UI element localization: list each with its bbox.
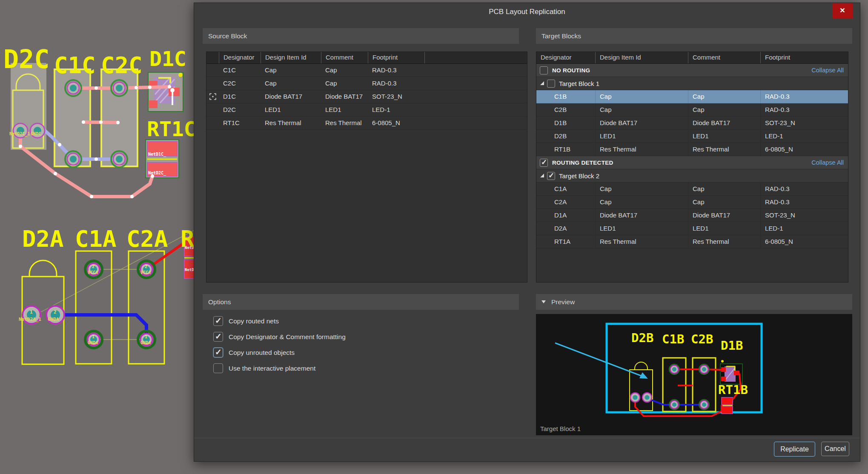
preview-label: D1B (721, 338, 743, 353)
group-row-no-routing[interactable]: NO ROUTING Collapse All (536, 64, 848, 77)
silkscreen-label: D2C (3, 44, 49, 74)
block-checkbox[interactable] (547, 80, 555, 88)
net-label: NetD2A_1 (19, 317, 41, 322)
net-label: VCCA (140, 270, 151, 275)
table-row[interactable]: D2B LED1 LED1 LED-1 (536, 130, 848, 143)
source-table-header: Designator Design Item Id Comment Footpr… (206, 52, 527, 64)
checkbox[interactable] (213, 316, 223, 326)
table-row[interactable]: RT1A Res Thermal Res Thermal 6-0805_N (536, 235, 848, 248)
option-copy-unrouted-objects[interactable]: Copy unrouted objects (213, 348, 295, 357)
block-checkbox[interactable] (547, 172, 555, 180)
pad-number: 2 (92, 264, 95, 269)
dialog-title: PCB Layout Replication (194, 3, 860, 21)
group-checkbox[interactable] (540, 66, 548, 74)
collapse-all-link[interactable]: Collapse All (811, 67, 844, 74)
preview-label: RT1B (718, 383, 748, 397)
target-table-header: Designator Design Item Id Comment Footpr… (536, 52, 848, 64)
table-row[interactable]: RT1B Res Thermal Res Thermal 6-0805_N (536, 143, 848, 156)
pad-number: 1 (30, 309, 33, 315)
silkscreen-label: D1C (149, 47, 186, 71)
pad-number: 1 (92, 334, 95, 339)
table-row[interactable]: D1B Diode BAT17 Diode BAT17 SOT-23_N (536, 117, 848, 130)
crosshair-icon (209, 93, 216, 100)
table-row[interactable]: D1A Diode BAT17 Diode BAT17 SOT-23_N (536, 209, 848, 222)
col-comment[interactable]: Comment (321, 52, 368, 63)
cancel-button[interactable]: Cancel (821, 442, 849, 456)
collapse-all-link[interactable]: Collapse All (811, 159, 844, 166)
table-row[interactable]: C2B Cap Cap RAD-0.3 (536, 103, 848, 117)
silkscreen-label: C1A (75, 226, 117, 252)
net-label: GNDA (48, 317, 59, 322)
net-label: NetD2C_1 (9, 131, 30, 137)
col-footprint[interactable]: Footprint (760, 52, 848, 63)
pcb-source-block-graphic: NetD1C_ NetD2C_ D2C C1C C2C (3, 44, 196, 198)
net-label: GNDA (88, 340, 98, 345)
table-row[interactable]: C2C Cap Cap RAD-0.3 (206, 77, 527, 90)
preview-label: C2B (691, 332, 713, 346)
col-comment[interactable]: Comment (688, 52, 760, 63)
table-row[interactable]: C2A Cap Cap RAD-0.3 (536, 196, 848, 209)
preview-pcb-graphic: D2B C1B C2B D1B RT1B (536, 314, 852, 435)
net-label: VCCA (88, 270, 98, 275)
expand-collapse-icon[interactable] (540, 81, 544, 86)
target-blocks-header: Target Blocks (536, 28, 852, 44)
pad-number: 2 (54, 309, 57, 315)
net-label: GNDC (31, 131, 41, 136)
option-copy-formatting[interactable]: Copy Designator & Comment formatting (213, 332, 346, 342)
group-checkbox[interactable] (540, 159, 548, 167)
preview-label: D2B (631, 331, 653, 345)
preview-header[interactable]: Preview (536, 294, 852, 310)
checkbox[interactable] (213, 348, 223, 357)
collapse-preview-icon[interactable] (541, 300, 546, 303)
silkscreen-label: C2A (126, 226, 168, 252)
close-button[interactable]: ✕ (832, 3, 853, 18)
source-block-header: Source Block (203, 28, 519, 44)
option-interactive-placement[interactable]: Use the interactive placement (213, 363, 315, 373)
net-label: NetD2C_ (148, 171, 166, 176)
silkscreen-label: D2A (22, 226, 64, 252)
close-icon: ✕ (839, 7, 845, 14)
table-row-selected[interactable]: C1B Cap Cap RAD-0.3 (536, 90, 848, 103)
silkscreen-label: C2C (101, 52, 143, 79)
footer-divider (194, 438, 860, 438)
pcb-target-block-graphic: NetD1A NetD2A 1 2 NetD2A_1 GNDA 2 VCCA 1… (19, 226, 197, 364)
table-row[interactable]: D2C LED1 LED1 LED-1 (206, 103, 527, 117)
pcb-rt1c-component: NetD1C_ NetD2C_ (146, 140, 179, 178)
option-copy-routed-nets[interactable]: Copy routed nets (213, 316, 279, 326)
dialog-titlebar[interactable]: PCB Layout Replication ✕ (194, 3, 860, 22)
pcb-editor-background: NetD1C_ NetD2C_ D2C C1C C2C (0, 0, 197, 474)
replicate-button[interactable]: Replicate (774, 442, 815, 457)
preview-pads (630, 364, 709, 410)
pad-number: 1 (145, 334, 147, 339)
expand-collapse-icon[interactable] (540, 174, 544, 178)
block-row-target-block-2[interactable]: Target Block 2 (536, 169, 848, 183)
preview-rt1b-component (722, 397, 733, 414)
checkbox[interactable] (213, 363, 223, 373)
table-row[interactable]: D2A LED1 LED1 LED-1 (536, 222, 848, 235)
silkscreen-label: RT1C (147, 117, 196, 141)
silkscreen-label: R (180, 226, 195, 252)
col-designator[interactable]: Designator (219, 52, 261, 63)
block-row-target-block-1[interactable]: Target Block 1 (536, 77, 848, 90)
table-row[interactable]: RT1C Res Thermal Res Thermal 6-0805_N (206, 117, 527, 130)
col-design-item-id[interactable]: Design Item Id (595, 52, 688, 63)
target-blocks-table: Designator Design Item Id Comment Footpr… (536, 51, 848, 283)
preview-label: C1B (662, 332, 684, 346)
net-label: NetD1C_ (148, 152, 166, 157)
pcb-d1c-component (148, 72, 183, 111)
checkbox[interactable] (213, 332, 223, 342)
col-footprint[interactable]: Footprint (368, 52, 424, 63)
pad-number: 2 (145, 264, 147, 269)
col-designator[interactable]: Designator (536, 52, 595, 63)
source-block-table: Designator Design Item Id Comment Footpr… (206, 51, 527, 283)
table-row[interactable]: C1C Cap Cap RAD-0.3 (206, 64, 527, 77)
col-design-item-id[interactable]: Design Item Id (261, 52, 321, 63)
table-row[interactable]: C1A Cap Cap RAD-0.3 (536, 183, 848, 196)
table-row[interactable]: D1C Diode BAT17 Diode BAT17 SOT-23_N (206, 90, 527, 103)
pcb-layout-replication-dialog: PCB Layout Replication ✕ Source Block Ta… (194, 3, 860, 462)
net-label: GNDA (140, 340, 151, 345)
preview-canvas: D2B C1B C2B D1B RT1B Target Block 1 (536, 314, 852, 435)
silkscreen-label: C1C (54, 52, 96, 79)
group-row-routing-detected[interactable]: ROUTING DETECTED Collapse All (536, 156, 848, 169)
pointer-arrow-icon (555, 343, 648, 379)
